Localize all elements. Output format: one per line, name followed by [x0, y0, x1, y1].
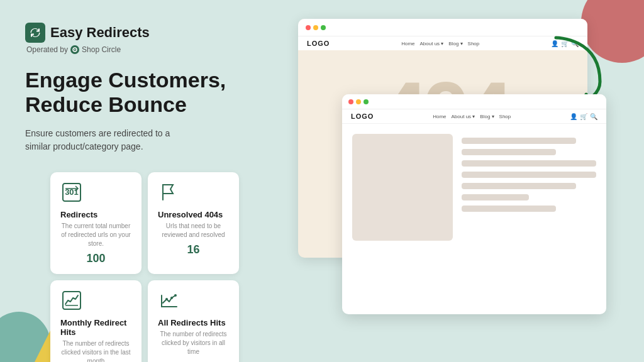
back-browser-logo: LOGO [307, 40, 330, 47]
front-user-icon: 👤 [570, 113, 577, 120]
svg-point-7 [170, 297, 173, 299]
stat-card-all: All Redirects Hits The number of redirec… [148, 280, 239, 362]
brand-header: Easy Redirects Operated by Shop Circle [25, 23, 239, 54]
stat-card-unresolved-value: 16 [158, 243, 229, 256]
front-content [342, 124, 606, 251]
dot-red [306, 25, 311, 30]
text-line-1 [462, 138, 576, 144]
stat-card-redirects-value: 100 [60, 252, 131, 265]
front-nav-links: Home About us ▾ Blog ▾ Shop [433, 114, 511, 119]
chart-icon [60, 289, 83, 312]
all-chart-icon [158, 289, 180, 312]
front-dot-red [348, 99, 353, 104]
headline: Engage Customers, Reduce Bounce [25, 68, 239, 117]
flag-icon [158, 181, 180, 204]
front-nav-icons: 👤 🛒 🔍 [570, 113, 597, 120]
text-line-3 [462, 160, 596, 167]
text-line-5 [462, 183, 576, 189]
text-line-4 [462, 172, 596, 178]
browser-front-bar [342, 94, 606, 109]
front-dot-yellow [356, 99, 361, 104]
dot-green [321, 25, 326, 30]
stat-card-redirects: 301 Redirects The current total number o… [50, 172, 142, 274]
stat-card-redirects-desc: The current total number of redirected u… [60, 222, 131, 248]
stat-card-unresolved-title: Unresolved 404s [158, 210, 229, 219]
browser-front-nav: LOGO Home About us ▾ Blog ▾ Shop 👤 🛒 🔍 [342, 109, 606, 124]
browser-front: LOGO Home About us ▾ Blog ▾ Shop 👤 🛒 🔍 [342, 94, 606, 314]
svg-point-6 [165, 298, 168, 300]
operated-by: Operated by Shop Circle [26, 45, 239, 54]
product-image-placeholder [352, 134, 453, 241]
right-panel: LOGO Home About us ▾ Blog ▾ Shop 👤 🛒 🔍 4… [298, 19, 625, 339]
redirects-icon: 301 [60, 181, 83, 204]
stat-card-redirects-title: Redirects [60, 210, 131, 219]
stat-card-all-desc: The number of redirects clicked by visit… [158, 330, 229, 356]
stat-card-monthly: Monthly Redirect Hits The number of redi… [50, 280, 142, 362]
text-line-6 [462, 194, 529, 200]
product-text-area [462, 134, 596, 241]
svg-point-1 [74, 49, 75, 50]
text-line-2 [462, 149, 556, 155]
stats-grid: 301 Redirects The current total number o… [50, 172, 239, 362]
stat-card-unresolved: Unresolved 404s Urls that need to be rev… [148, 172, 239, 274]
stat-card-monthly-title: Monthly Redirect Hits [60, 318, 131, 337]
front-search-icon: 🔍 [590, 113, 597, 120]
front-dot-green [364, 99, 369, 104]
brand-title: Easy Redirects [50, 25, 150, 41]
dot-yellow [313, 25, 318, 30]
stat-card-unresolved-desc: Urls that need to be reviewed and resolv… [158, 222, 229, 239]
front-cart-icon: 🛒 [580, 113, 587, 120]
brand-logo-row: Easy Redirects [25, 23, 239, 43]
subtitle: Ensure customers are redirected to a sim… [25, 127, 189, 153]
left-panel: Easy Redirects Operated by Shop Circle E… [0, 0, 264, 362]
browser-dots [306, 25, 326, 30]
text-line-7 [462, 206, 556, 212]
back-nav-links: Home About us ▾ Blog ▾ Shop [401, 41, 479, 47]
shop-circle-icon [70, 45, 79, 54]
stat-card-monthly-desc: The number of redirects clicked visitors… [60, 339, 131, 362]
svg-point-8 [174, 294, 177, 297]
stat-card-all-title: All Redirects Hits [158, 318, 229, 327]
brand-icon [25, 23, 45, 43]
front-browser-dots [348, 99, 369, 104]
front-browser-logo: LOGO [351, 112, 374, 120]
